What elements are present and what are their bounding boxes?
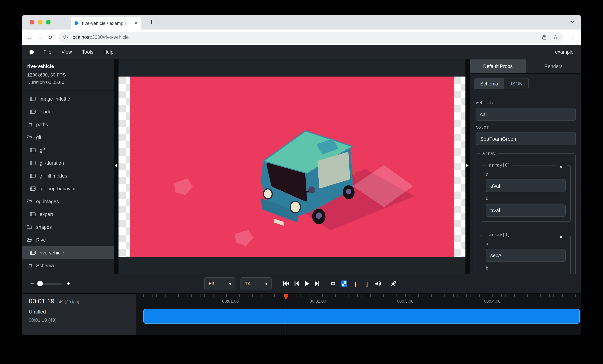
array-1-a-input[interactable] xyxy=(486,249,566,262)
schema-json-toggle-row: Schema JSON xyxy=(470,74,581,94)
tab-renders[interactable]: Renders xyxy=(526,59,581,73)
new-tab-button[interactable]: + xyxy=(147,17,156,27)
sidebar-item-label: gif xyxy=(40,148,45,153)
zoom-in-button[interactable]: + xyxy=(67,280,70,287)
share-icon[interactable] xyxy=(542,34,547,40)
jump-to-end-button[interactable] xyxy=(312,279,323,289)
sidebar-folder-schema[interactable]: Schema xyxy=(22,259,114,272)
sidebar-item-gif[interactable]: gif xyxy=(22,144,114,157)
menu-tools[interactable]: Tools xyxy=(77,45,98,59)
chevron-down-icon: ▾ xyxy=(229,282,231,286)
sidebar-folder-shapes[interactable]: shapes xyxy=(22,221,114,234)
zoom-slider-thumb[interactable] xyxy=(37,281,43,286)
sidebar-item-label: og-images xyxy=(36,199,59,204)
skip-end-icon xyxy=(315,281,320,286)
render-button[interactable] xyxy=(389,279,399,289)
jump-to-start-button[interactable] xyxy=(281,279,291,289)
toggle-schema[interactable]: Schema xyxy=(474,79,504,89)
film-icon xyxy=(30,109,36,115)
volume-button[interactable] xyxy=(373,279,383,289)
sidebar-folder-og-images[interactable]: og-images xyxy=(22,195,114,208)
remove-array-item-icon[interactable]: ✕ xyxy=(556,164,566,171)
toggle-json[interactable]: JSON xyxy=(504,79,529,89)
tab-default-props[interactable]: Default Props xyxy=(470,59,526,73)
reload-button[interactable]: ↻ xyxy=(45,34,55,40)
field-label-vehicle: vehicle xyxy=(475,100,576,105)
canvas-zoom-control: − + xyxy=(30,280,70,287)
project-duration: Duration 00:05.00 xyxy=(27,79,108,86)
collapse-left-icon[interactable] xyxy=(115,164,117,167)
sidebar-item-loader[interactable]: loader xyxy=(22,105,114,118)
back-button[interactable]: ← xyxy=(25,34,35,40)
folder-icon xyxy=(26,263,32,269)
sidebar-item-label: expert xyxy=(40,212,53,217)
array-group-legend: array xyxy=(480,151,498,156)
loop-toggle[interactable] xyxy=(328,279,338,289)
menu-help[interactable]: Help xyxy=(98,45,118,59)
panel-resize-gutter[interactable] xyxy=(465,59,470,274)
sidebar-item-label: image-in-lottie xyxy=(40,96,70,102)
bookmark-star-icon[interactable]: ☆ xyxy=(553,34,558,40)
collapse-right-icon[interactable] xyxy=(466,164,469,167)
sidebar-folder-gif[interactable]: gif xyxy=(22,131,114,144)
array-item-1-legend: array[1] xyxy=(487,232,513,237)
set-in-point-button[interactable]: [ xyxy=(350,279,360,289)
menu-file[interactable]: File xyxy=(38,45,56,59)
vehicle-input[interactable] xyxy=(475,108,576,121)
film-icon xyxy=(30,186,36,192)
tab-close-icon[interactable]: ✕ xyxy=(134,21,138,26)
array-0-b-input[interactable] xyxy=(486,204,566,217)
remove-array-item-icon[interactable]: ✕ xyxy=(556,234,566,240)
ruler-label: 00:03.00 xyxy=(397,299,414,303)
preview-stage xyxy=(118,59,465,274)
sidebar-item-rive-vehicle[interactable]: rive-vehicle xyxy=(22,247,114,259)
maximize-window-button[interactable] xyxy=(46,20,50,24)
zoom-slider[interactable] xyxy=(39,283,62,284)
address-bar[interactable]: ⓘ localhost:3000/rive-vehicle ☆ xyxy=(58,32,563,43)
fit-dropdown[interactable]: Fit ▾ xyxy=(204,277,235,290)
playback-speed-dropdown[interactable]: 1x ▾ xyxy=(241,277,272,290)
array-item-0-legend: array[0] xyxy=(487,162,513,168)
array-0-a-input[interactable] xyxy=(486,179,566,192)
field-label-b: b xyxy=(486,265,566,271)
previous-frame-button[interactable] xyxy=(291,279,302,289)
sidebar-item-gif-fill-modes[interactable]: gif-fill-modes xyxy=(22,170,114,182)
remotion-favicon-icon xyxy=(74,21,79,26)
menu-view[interactable]: View xyxy=(56,45,77,59)
sidebar-item-gif-duration[interactable]: gif-duration xyxy=(22,157,114,170)
transparency-toggle[interactable] xyxy=(339,279,349,289)
rocket-icon xyxy=(390,280,397,287)
sidebar-item-expert[interactable]: expert xyxy=(22,208,114,221)
browser-window: rive-vehicle / example - Remoti ✕ + ⌄ ← … xyxy=(22,15,581,335)
sidebar-folder-rive[interactable]: Rive xyxy=(22,234,114,247)
sidebar-item-image-in-lottie[interactable]: image-in-lottie xyxy=(22,93,114,105)
remotion-logo-icon xyxy=(29,49,35,55)
close-window-button[interactable] xyxy=(30,20,34,24)
prev-frame-icon xyxy=(294,281,299,286)
play-button[interactable] xyxy=(302,279,312,289)
playhead-handle[interactable] xyxy=(284,294,288,299)
site-info-icon[interactable]: ⓘ xyxy=(63,34,68,40)
checkerboard-icon xyxy=(341,281,347,287)
schema-json-toggle: Schema JSON xyxy=(474,78,529,89)
fit-dropdown-value: Fit xyxy=(209,281,214,286)
sidebar-item-gif-loop-behavior[interactable]: gif-loop-behavior xyxy=(22,182,114,195)
browser-menu-icon[interactable]: ⋮ xyxy=(566,34,578,41)
track-duration: 00:01.19 (49) xyxy=(29,317,136,323)
forward-button[interactable]: → xyxy=(35,34,45,40)
color-input[interactable] xyxy=(475,132,576,145)
composition-list: image-in-lottie loader paths gif gif xyxy=(22,91,114,274)
timeline-track-bar[interactable] xyxy=(143,309,580,324)
timeline-ruler-area[interactable]: 00:01.00 00:02.00 00:03.00 00:04.00 xyxy=(136,294,581,335)
sidebar-folder-paths[interactable]: paths xyxy=(22,118,114,131)
minimize-window-button[interactable] xyxy=(38,20,42,24)
set-out-point-button[interactable]: ] xyxy=(362,279,372,289)
folder-open-icon xyxy=(26,199,32,205)
field-label-a: a xyxy=(486,171,566,177)
sidebar-resize-gutter[interactable] xyxy=(114,59,118,274)
url-path: :3000/rive-vehicle xyxy=(91,34,129,40)
zoom-out-button[interactable]: − xyxy=(30,280,34,287)
browser-tab[interactable]: rive-vehicle / example - Remoti ✕ xyxy=(71,17,141,30)
tab-search-chevron-icon[interactable]: ⌄ xyxy=(570,17,575,24)
project-name: rive-vehicle xyxy=(27,64,108,69)
